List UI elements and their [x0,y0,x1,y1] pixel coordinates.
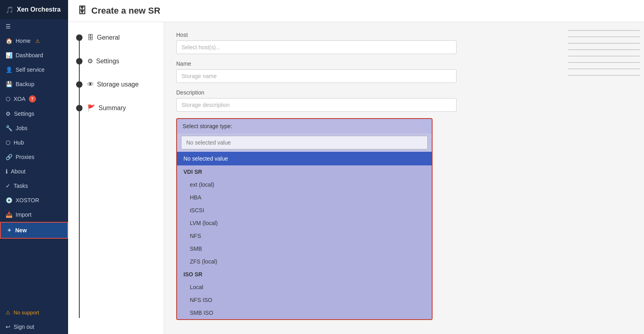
xoa-icon: ⬡ [6,96,10,102]
dropdown-no-value-item[interactable]: No selected value [177,152,432,165]
name-label: Name [176,60,552,67]
sidebar-item-home[interactable]: 🏠 Home ⚠ [0,34,68,48]
dropdown-item-hba[interactable]: HBA [177,191,432,204]
nosupport-warn-icon: ⚠ [6,310,10,316]
dashboard-icon: 📊 [6,52,12,58]
sidebar-item-self-service[interactable]: 👤 Self service [0,62,68,77]
sidebar-item-xoa[interactable]: ⬡ XOA ? [0,91,68,107]
tasks-icon: ✓ [6,183,10,189]
home-warning-badge: ⚠ [35,38,40,44]
sidebar-hamburger[interactable]: ☰ [0,19,68,34]
steps-column: 🗄 General ⚙ Settings 👁 Storage usage [68,22,164,334]
line-6 [568,62,640,63]
step-storage-usage: 👁 Storage usage [76,81,156,88]
description-label: Description [176,89,552,96]
line-3 [568,43,640,44]
step-circle-settings [76,58,83,64]
host-input[interactable] [176,40,457,54]
about-icon: ℹ [6,168,8,175]
no-support-label: ⚠ No support [0,306,68,320]
step-label-general: 🗄 General [87,34,120,41]
line-1 [568,30,640,31]
dropdown-item-smb-iso[interactable]: SMB ISO [177,306,432,319]
name-input[interactable] [176,69,457,83]
right-decorative-lines [564,22,644,334]
step-general-icon: 🗄 [87,34,94,41]
dropdown-item-zfs-local[interactable]: ZFS (local) [177,255,432,268]
dropdown-group-vdi-sr: VDI SR [177,165,432,178]
step-circle-storage-usage [76,81,83,88]
new-plus-icon: ＋ [6,227,12,234]
step-settings-icon: ⚙ [87,57,93,65]
line-7 [568,68,640,69]
app-title: 🎵 Xen Orchestra [0,0,68,19]
new-button[interactable]: ＋ New [0,222,68,239]
signout-icon: ↩ [6,324,10,330]
hamburger-icon: ☰ [6,23,11,30]
dropdown-item-iscsi[interactable]: iSCSI [177,204,432,217]
storage-type-search[interactable] [181,136,428,149]
step-label-settings: ⚙ Settings [87,57,119,65]
step-circle-summary [76,105,83,111]
storage-type-dropdown[interactable]: Select storage type: No selected value V… [176,118,433,320]
sidebar-item-dashboard[interactable]: 📊 Dashboard [0,48,68,62]
page-title-icon: 🗄 [78,6,87,16]
sidebar-item-import[interactable]: 📥 Import [0,207,68,222]
step-general: 🗄 General [76,34,156,41]
dropdown-item-smb[interactable]: SMB [177,242,432,255]
sidebar: 🎵 Xen Orchestra ☰ 🏠 Home ⚠ 📊 Dashboard 👤… [0,0,68,334]
step-label-storage-usage: 👁 Storage usage [87,81,139,88]
host-field: Host [176,32,552,54]
settings-icon: ⚙ [6,111,11,117]
sidebar-item-tasks[interactable]: ✓ Tasks [0,179,68,193]
home-icon: 🏠 [6,38,12,44]
sidebar-item-jobs[interactable]: 🔧 Jobs [0,121,68,135]
xostor-icon: 💿 [6,197,12,203]
main-body: 🗄 General ⚙ Settings 👁 Storage usage [68,22,644,334]
step-summary-icon: 🚩 [87,104,95,112]
sidebar-item-about[interactable]: ℹ About [0,164,68,179]
page-header: 🗄 Create a new SR [68,0,644,22]
page-title: Create a new SR [91,6,160,16]
step-circle-general [76,34,83,41]
dropdown-list: No selected value VDI SR ext (local) HBA… [177,152,432,319]
import-icon: 📥 [6,211,12,218]
app-icon: 🎵 [6,6,14,14]
description-field: Description [176,89,552,112]
dropdown-item-ext-local[interactable]: ext (local) [177,178,432,191]
line-4 [568,49,640,50]
backup-icon: 💾 [6,81,12,87]
sidebar-item-settings[interactable]: ⚙ Settings [0,107,68,121]
dropdown-group-iso-sr: ISO SR [177,268,432,281]
dropdown-item-nfs[interactable]: NFS [177,229,432,242]
step-summary: 🚩 Summary [76,104,156,112]
self-service-icon: 👤 [6,66,12,73]
name-field: Name [176,60,552,83]
proxies-icon: 🔗 [6,154,12,160]
main-content: 🗄 Create a new SR 🗄 General ⚙ Settings [68,0,644,334]
dropdown-item-nfs-iso[interactable]: NFS ISO [177,294,432,306]
step-storage-icon: 👁 [87,81,94,88]
hub-icon: ⬡ [6,139,10,146]
sidebar-item-backup[interactable]: 💾 Backup [0,77,68,91]
sidebar-item-hub[interactable]: ⬡ Hub [0,135,68,150]
xoa-badge: ? [29,95,36,103]
form-column: Host Name Description Select storage typ… [164,22,564,334]
sidebar-item-xostor[interactable]: 💿 XOSTOR [0,193,68,207]
host-label: Host [176,32,552,38]
dropdown-item-lvm-local[interactable]: LVM (local) [177,217,432,229]
sidebar-bottom: ⚠ No support ↩ Sign out [0,306,68,334]
storage-type-label: Select storage type: [177,119,432,133]
dropdown-item-local[interactable]: Local [177,281,432,294]
sidebar-item-proxies[interactable]: 🔗 Proxies [0,150,68,164]
line-5 [568,56,640,56]
step-label-summary: 🚩 Summary [87,104,126,112]
jobs-icon: 🔧 [6,125,12,131]
line-8 [568,75,640,76]
description-input[interactable] [176,98,457,112]
step-settings: ⚙ Settings [76,57,156,65]
sign-out-item[interactable]: ↩ Sign out [0,320,68,334]
line-2 [568,36,640,37]
